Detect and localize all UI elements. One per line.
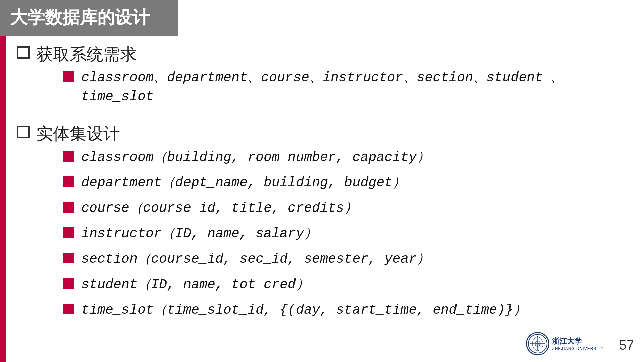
list-item: course（course_id, title, credits） [63,199,527,218]
item-text: department（dept_name, building, budget） [81,174,406,192]
section1-label: 获取系统需求 [36,45,137,64]
list-item: department（dept_name, building, budget） [63,174,527,192]
item-text: classroom、department、course、instructor、s… [81,69,624,106]
list-item: section（course_id, sec_id, semester, yea… [63,250,527,269]
section2-header: 实体集设计 classroom（building, room_number, c… [17,123,624,326]
item-text: student（ID, name, tot cred） [81,276,309,294]
section2-label: 实体集设计 [36,124,120,143]
list-item: classroom（building, room_number, capacit… [63,148,527,167]
bullet-icon [63,304,74,314]
list-item: student（ID, name, tot cred） [63,276,527,294]
bullet-icon [63,151,74,162]
bullet-icon [63,278,74,289]
university-logo: 浙大 [526,332,549,355]
bullet-icon [63,227,74,238]
logo-area: 浙大 浙江大学 ZHEJIANG UNIVERSITY [526,332,604,355]
slide: 大学数据库的设计 获取系统需求 classroom、department、cou… [0,0,644,362]
title-bar: 大学数据库的设计 [0,0,178,36]
section1-items: classroom、department、course、instructor、s… [63,69,624,106]
item-text: instructor（ID, name, salary） [81,225,317,243]
page-number: 57 [619,338,634,353]
logo-svg-icon: 浙大 [528,334,548,354]
bullet-icon [63,253,74,263]
main-content: 获取系统需求 classroom、department、course、instr… [17,37,624,336]
item-text: classroom（building, room_number, capacit… [81,148,430,167]
bullet-icon [63,71,74,82]
left-accent-bar [0,34,6,362]
section2-bullet [17,126,30,138]
section1-header: 获取系统需求 classroom、department、course、instr… [17,44,624,113]
bullet-icon [63,202,74,213]
item-text: course（course_id, title, credits） [81,199,358,218]
logo-text: 浙江大学 ZHEJIANG UNIVERSITY [552,336,604,351]
item-text: time_slot（time_slot_id, {(day, start_tim… [81,301,527,320]
item-text: section（course_id, sec_id, semester, yea… [81,250,430,269]
section2-items: classroom（building, room_number, capacit… [63,148,527,320]
list-item: instructor（ID, name, salary） [63,225,527,243]
bullet-icon [63,176,74,187]
section1-bullet [17,46,30,59]
university-name-en: ZHEJIANG UNIVERSITY [552,346,604,351]
slide-title: 大学数据库的设计 [10,8,150,27]
list-item: time_slot（time_slot_id, {(day, start_tim… [63,301,527,320]
list-item: classroom、department、course、instructor、s… [63,69,624,106]
svg-text:浙大: 浙大 [535,343,540,346]
university-name-cn: 浙江大学 [552,336,582,346]
